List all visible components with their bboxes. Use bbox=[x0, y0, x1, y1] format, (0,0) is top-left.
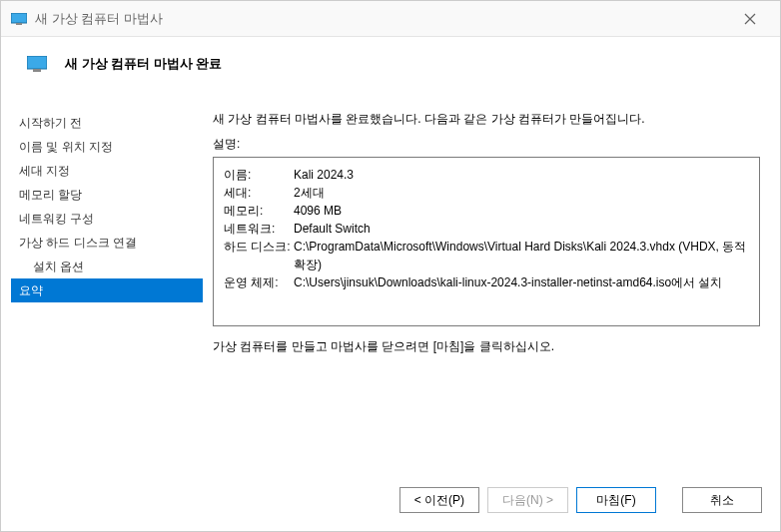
description-label: 설명: bbox=[213, 136, 760, 153]
summary-label: 하드 디스크: bbox=[224, 238, 294, 273]
previous-button[interactable]: < 이전(P) bbox=[399, 487, 479, 513]
wizard-window: 새 가상 컴퓨터 마법사 새 가상 컴퓨터 마법사 완료 시작하기 전이름 및 … bbox=[0, 0, 781, 532]
close-button[interactable] bbox=[730, 1, 770, 37]
intro-text: 새 가상 컴퓨터 마법사를 완료했습니다. 다음과 같은 가상 컴퓨터가 만들어… bbox=[213, 111, 760, 128]
finish-button[interactable]: 마침(F) bbox=[576, 487, 656, 513]
summary-value: C:\ProgramData\Microsoft\Windows\Virtual… bbox=[294, 238, 749, 273]
svg-rect-4 bbox=[27, 56, 47, 69]
summary-label: 운영 체제: bbox=[224, 273, 294, 291]
cancel-button[interactable]: 취소 bbox=[682, 487, 762, 513]
svg-rect-1 bbox=[16, 23, 22, 25]
page-title: 새 가상 컴퓨터 마법사 완료 bbox=[65, 55, 222, 73]
summary-value: 2세대 bbox=[294, 184, 749, 202]
summary-row: 메모리:4096 MB bbox=[224, 202, 749, 220]
main-panel: 새 가상 컴퓨터 마법사를 완료했습니다. 다음과 같은 가상 컴퓨터가 만들어… bbox=[203, 101, 770, 475]
svg-rect-0 bbox=[11, 13, 27, 23]
wizard-steps-sidebar: 시작하기 전이름 및 위치 지정세대 지정메모리 할당네트워킹 구성가상 하드 … bbox=[11, 101, 203, 475]
footer-buttons: < 이전(P) 다음(N) > 마침(F) 취소 bbox=[1, 475, 780, 531]
sidebar-step-3[interactable]: 메모리 할당 bbox=[11, 183, 203, 207]
svg-rect-5 bbox=[33, 69, 41, 72]
content-area: 시작하기 전이름 및 위치 지정세대 지정메모리 할당네트워킹 구성가상 하드 … bbox=[1, 91, 780, 475]
app-icon bbox=[11, 13, 27, 25]
summary-value: Kali 2024.3 bbox=[294, 166, 749, 184]
sidebar-step-5[interactable]: 가상 하드 디스크 연결 bbox=[11, 231, 203, 255]
summary-value: C:\Users\jinsuk\Downloads\kali-linux-202… bbox=[294, 273, 749, 291]
sidebar-step-0[interactable]: 시작하기 전 bbox=[11, 111, 203, 135]
summary-row: 하드 디스크:C:\ProgramData\Microsoft\Windows\… bbox=[224, 238, 749, 273]
sidebar-step-7[interactable]: 요약 bbox=[11, 278, 203, 302]
titlebar: 새 가상 컴퓨터 마법사 bbox=[1, 1, 780, 37]
next-button: 다음(N) > bbox=[487, 487, 568, 513]
summary-label: 이름: bbox=[224, 166, 294, 184]
button-gap bbox=[664, 487, 674, 513]
header-banner: 새 가상 컴퓨터 마법사 완료 bbox=[1, 37, 780, 91]
summary-value: Default Switch bbox=[294, 220, 749, 238]
summary-box: 이름:Kali 2024.3세대:2세대메모리:4096 MB네트워크:Defa… bbox=[213, 157, 760, 326]
summary-row: 운영 체제:C:\Users\jinsuk\Downloads\kali-lin… bbox=[224, 273, 749, 291]
summary-row: 세대:2세대 bbox=[224, 184, 749, 202]
summary-row: 이름:Kali 2024.3 bbox=[224, 166, 749, 184]
summary-label: 메모리: bbox=[224, 202, 294, 220]
sidebar-step-1[interactable]: 이름 및 위치 지정 bbox=[11, 135, 203, 159]
window-title: 새 가상 컴퓨터 마법사 bbox=[35, 10, 730, 28]
sidebar-step-4[interactable]: 네트워킹 구성 bbox=[11, 207, 203, 231]
summary-value: 4096 MB bbox=[294, 202, 749, 220]
sidebar-step-6[interactable]: 설치 옵션 bbox=[11, 255, 203, 278]
wizard-icon bbox=[27, 56, 47, 72]
sidebar-step-2[interactable]: 세대 지정 bbox=[11, 159, 203, 183]
summary-label: 네트워크: bbox=[224, 220, 294, 238]
summary-label: 세대: bbox=[224, 184, 294, 202]
instruction-text: 가상 컴퓨터를 만들고 마법사를 닫으려면 [마침]을 클릭하십시오. bbox=[213, 338, 760, 355]
summary-row: 네트워크:Default Switch bbox=[224, 220, 749, 238]
